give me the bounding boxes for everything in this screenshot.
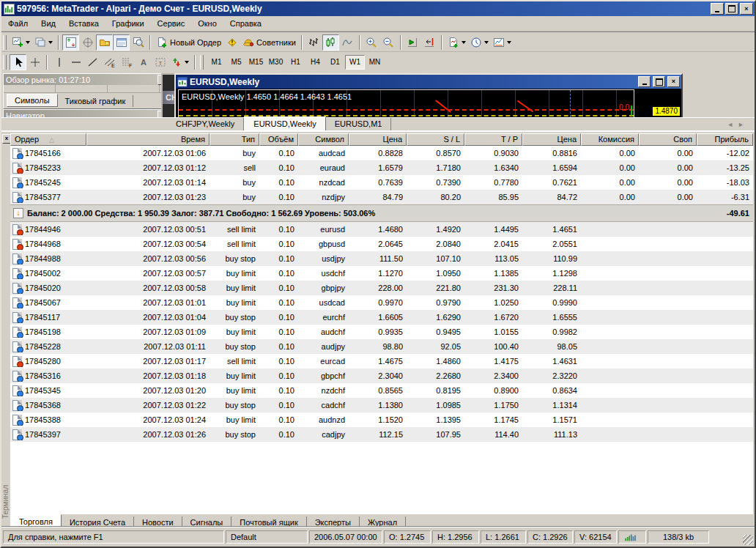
table-row[interactable]: 178453452007.12.03 01:20buy limit0.10nzd… — [10, 383, 753, 398]
menu-item-2[interactable]: Вид — [34, 17, 62, 30]
templates-button[interactable] — [491, 34, 514, 51]
column-header-type[interactable]: Тип — [210, 133, 259, 146]
resize-grip-icon[interactable] — [743, 535, 753, 545]
table-row[interactable]: 178453162007.12.03 01:18buy limit0.10gbp… — [10, 369, 753, 383]
timeframe-m30[interactable]: M30 — [266, 55, 286, 70]
table-row[interactable]: 178451662007.12.03 01:06buy0.10audcad0.8… — [10, 146, 753, 160]
table-row[interactable]: 178451172007.12.03 01:04buy stop0.10eurc… — [10, 310, 753, 325]
text-button[interactable]: A — [135, 54, 152, 70]
timeframe-h1[interactable]: H1 — [286, 55, 305, 70]
new-chart-button[interactable] — [10, 34, 32, 51]
table-row[interactable]: 178452802007.12.03 01:17sell limit0.10eu… — [10, 354, 753, 369]
timeframe-mn[interactable]: MN — [365, 55, 385, 70]
toolbar-grip[interactable] — [3, 55, 7, 70]
cursor-button[interactable] — [10, 54, 26, 70]
chart-area[interactable]: EURUSD,Weekly 1.4650 1.4664 1.4643 1.465… — [176, 89, 681, 117]
data-window-button[interactable] — [79, 34, 96, 51]
minimize-icon[interactable] — [711, 3, 724, 15]
balance-row[interactable]: ↓Баланс: 2 000.00 Средства: 1 950.39 Зал… — [10, 204, 753, 222]
minimize-icon[interactable] — [638, 76, 651, 87]
table-row[interactable]: 178449682007.12.03 00:54sell limit0.10gb… — [10, 237, 753, 251]
menu-item-3[interactable]: Вставка — [62, 17, 105, 30]
menu-item-6[interactable]: Окно — [191, 17, 223, 30]
menu-item-4[interactable]: Графики — [105, 17, 151, 30]
zoom-in-button[interactable] — [363, 34, 380, 51]
column-header-symbol[interactable]: Символ — [298, 133, 349, 146]
market-watch-button[interactable] — [62, 34, 79, 51]
timeframe-w1[interactable]: W1 — [345, 55, 365, 70]
indicators-button[interactable] — [445, 34, 468, 51]
menu-item-1[interactable]: Файл — [1, 17, 34, 30]
chart-tab-chfjpy-weekly[interactable]: CHFJPY,Weekly — [167, 118, 244, 130]
column-header-order[interactable]: Ордер△ — [10, 133, 86, 146]
table-row[interactable]: 178452332007.12.03 01:12sell0.10euraud1.… — [10, 160, 753, 175]
timeframe-m15[interactable]: M15 — [246, 55, 266, 70]
crosshair-button[interactable] — [26, 54, 43, 70]
chart-line-button[interactable] — [339, 34, 356, 51]
column-header-sl[interactable]: S / L — [407, 133, 464, 146]
maximize-icon[interactable] — [653, 76, 665, 87]
title-bar[interactable]: 597956: MetaTrader - Alpari - Демо Счет … — [1, 1, 755, 16]
column-header-time[interactable]: Время — [86, 133, 210, 146]
auto-scroll-button[interactable] — [404, 34, 421, 51]
timeframe-m1[interactable]: M1 — [207, 55, 226, 70]
chart-bars-button[interactable] — [305, 34, 322, 51]
table-row[interactable]: 178453682007.12.03 01:22buy stop0.10cadc… — [10, 398, 753, 412]
market-watch-caption[interactable]: Обзор рынка: 01:27:10 x — [4, 74, 171, 85]
timeframe-h4[interactable]: H4 — [305, 55, 325, 70]
terminal-button[interactable] — [113, 34, 130, 51]
status-profile[interactable]: Default — [226, 530, 308, 544]
horizontal-line-button[interactable] — [67, 54, 84, 70]
expert-advisors-button[interactable]: Советники — [240, 34, 298, 51]
table-row[interactable]: 178451982007.12.03 01:09buy limit0.10aud… — [10, 325, 753, 339]
equidistant-channel-button[interactable]: E — [101, 54, 118, 70]
chart-shift-button[interactable] — [421, 34, 438, 51]
close-icon[interactable]: × — [667, 76, 680, 87]
navigator-button[interactable] — [96, 34, 113, 51]
toolbar-grip[interactable] — [3, 35, 7, 50]
fibonacci-button[interactable]: F — [118, 54, 135, 70]
trendline-button[interactable] — [84, 54, 101, 70]
column-header-price2[interactable]: Цена — [522, 133, 581, 146]
table-row[interactable]: 178452452007.12.03 01:14buy0.10nzdcad0.7… — [10, 175, 753, 190]
column-header-price[interactable]: Цена — [349, 133, 407, 146]
toolbar-grip[interactable] — [200, 55, 204, 70]
menu-item-5[interactable]: Сервис — [151, 17, 192, 30]
table-row[interactable]: 178450672007.12.03 01:01buy limit0.10usd… — [10, 295, 753, 310]
profiles-button[interactable] — [32, 34, 55, 51]
column-header-volume[interactable]: Объём — [259, 133, 298, 146]
column-header-profit[interactable]: Прибыль — [697, 133, 753, 146]
table-row[interactable]: 178453772007.12.03 01:23buy0.10nzdjpy84.… — [10, 190, 753, 204]
strategy-tester-button[interactable] — [130, 34, 147, 51]
table-row[interactable]: 178449882007.12.03 00:56buy stop0.10usdj… — [10, 251, 753, 266]
column-header-tp[interactable]: T / P — [464, 133, 522, 146]
timeframe-m5[interactable]: M5 — [226, 55, 246, 70]
table-row[interactable]: 178450022007.12.03 00:57buy limit0.10usd… — [10, 266, 753, 281]
market-watch-tab-тиковый-график[interactable]: Тиковый график — [58, 95, 134, 107]
vertical-line-button[interactable] — [51, 54, 67, 70]
zoom-out-button[interactable] — [380, 34, 397, 51]
chart-tab-eurusd-m1[interactable]: EURUSD,M1 — [326, 118, 392, 130]
chart-tab-eurusd-weekly[interactable]: EURUSD,Weekly — [244, 116, 325, 130]
column-header-swap[interactable]: Своп — [639, 133, 697, 146]
menu-item-7[interactable]: Справка — [223, 17, 268, 30]
table-row[interactable]: 178453882007.12.03 01:24buy limit0.10aud… — [10, 412, 753, 427]
table-row[interactable]: 178452282007.12.03 01:11buy stop0.10audj… — [10, 339, 753, 354]
text-label-button[interactable]: T — [152, 54, 168, 70]
chart-window-titlebar[interactable]: EURUSD,Weekly × — [176, 75, 681, 89]
maximize-icon[interactable] — [725, 3, 738, 15]
chart-candles-button[interactable] — [322, 34, 339, 51]
table-row[interactable]: 178453972007.12.03 01:26buy stop0.10cadj… — [10, 427, 753, 442]
chart-window[interactable]: EURUSD,Weekly × EURUSD,Weekly 1.4650 1.4… — [174, 73, 683, 119]
market-watch-tab-символы[interactable]: Символы — [7, 94, 58, 107]
new-order-button[interactable]: Новый Ордер — [154, 34, 223, 51]
table-row[interactable]: 178450202007.12.03 00:58buy limit0.10gbp… — [10, 281, 753, 295]
timeframe-d1[interactable]: D1 — [325, 55, 345, 70]
tab-scroll-arrows[interactable]: ◄► — [727, 121, 749, 128]
arrows-button[interactable] — [168, 54, 191, 70]
close-icon[interactable]: × — [740, 3, 753, 15]
metaeditor-button[interactable] — [223, 34, 240, 51]
table-row[interactable]: 178449462007.12.03 00:51sell limit0.10eu… — [10, 222, 753, 237]
periods-button[interactable] — [468, 34, 491, 51]
column-header-commission[interactable]: Комиссия — [581, 133, 639, 146]
